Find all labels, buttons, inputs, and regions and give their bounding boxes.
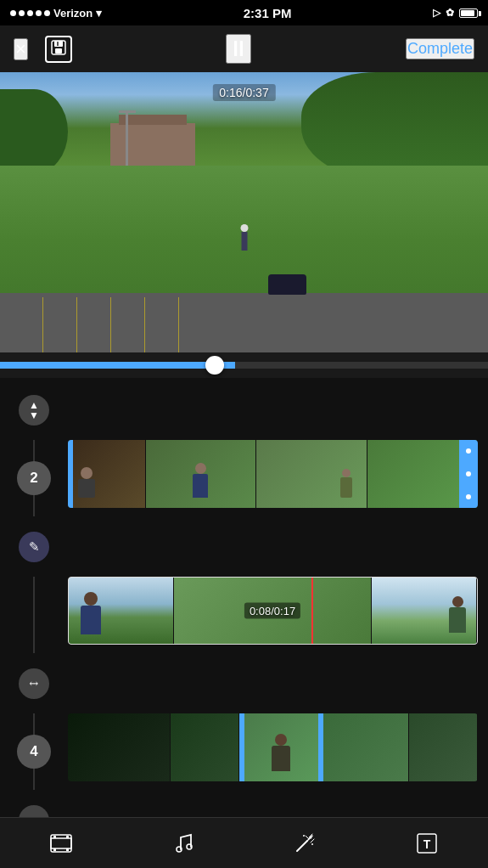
signal-dots (10, 10, 50, 16)
film-frame-highlighted (239, 713, 324, 781)
film-button[interactable] (40, 822, 82, 865)
svg-line-15 (311, 839, 314, 843)
svg-point-17 (310, 836, 312, 838)
edit-col: ✎ (0, 532, 68, 562)
status-left: Verizon ▾ (10, 7, 102, 20)
clip-4-col: 4 (0, 713, 68, 790)
video-preview: 0:16/0:37 (0, 72, 488, 352)
film-frame (409, 713, 478, 781)
edit-row: ✎ (0, 523, 488, 570)
clip-2-number: 2 (17, 461, 51, 495)
sort-icon: ▲▼ (29, 400, 39, 420)
bluetooth-icon: ✿ (446, 7, 454, 19)
film-frame (68, 713, 171, 781)
svg-rect-8 (53, 848, 56, 851)
notch (466, 471, 471, 476)
film-frame (372, 578, 477, 644)
bottom-toolbar: T (0, 817, 488, 868)
notch (466, 494, 471, 499)
sort-row: ▲▼ (0, 386, 488, 433)
status-bar: Verizon ▾ 2:31 PM ▷ ✿ (0, 0, 488, 25)
svg-rect-7 (66, 836, 69, 838)
pause-button[interactable]: ⏸ (226, 34, 251, 64)
svg-line-16 (306, 836, 309, 839)
clip-right-handle[interactable] (459, 440, 478, 508)
sort-col: ▲▼ (0, 395, 68, 426)
scrubber-thumb[interactable] (205, 356, 224, 375)
wifi-icon: ▾ (96, 7, 102, 20)
expand2-icon: ⤢ (26, 812, 42, 817)
svg-line-12 (297, 841, 307, 851)
red-playhead (311, 578, 313, 644)
top-nav: × ⏸ Complete (0, 25, 488, 72)
svg-rect-9 (66, 848, 69, 851)
signal-dot (19, 10, 25, 16)
save-icon (50, 39, 67, 59)
clock: 2:31 PM (244, 6, 292, 20)
clip-2-row: 2 (0, 440, 488, 516)
signal-dot (36, 10, 42, 16)
complete-button[interactable]: Complete (406, 38, 474, 59)
nav-left: × (14, 36, 72, 63)
clip-2-strip[interactable] (68, 440, 478, 508)
svg-text:T: T (423, 837, 431, 851)
expand-icon-circle[interactable]: ⤢ (19, 668, 49, 699)
clip-left-handle[interactable] (68, 440, 73, 508)
clip-2-col: 2 (0, 440, 68, 516)
battery-fill (461, 10, 474, 16)
expand-row: ⤢ (0, 660, 488, 707)
video-timestamp: 0:16/0:37 (212, 84, 275, 101)
video-scene: 0:16/0:37 (0, 72, 488, 352)
expand-col: ⤢ (0, 668, 68, 699)
scrubber-track[interactable] (0, 362, 488, 369)
effects-icon (294, 832, 316, 854)
film-frame: 0:08⁠/⁠0:17 (174, 578, 371, 644)
svg-rect-3 (57, 42, 59, 46)
music-button[interactable] (162, 822, 205, 865)
film-frame (323, 713, 409, 781)
expand-icon: ⤢ (26, 675, 42, 690)
effects-button[interactable] (283, 822, 326, 865)
film-frame (69, 578, 174, 644)
clip-3-row: 0:08⁠/⁠0:17 (0, 577, 488, 653)
film-frame (171, 713, 239, 781)
notch (466, 448, 471, 454)
svg-rect-2 (55, 48, 62, 54)
clip-4-row: 4 (0, 713, 488, 790)
pencil-icon: ✎ (29, 539, 40, 555)
svg-rect-6 (53, 836, 56, 838)
clip-4-strip[interactable] (68, 713, 478, 781)
film-icon (50, 834, 72, 853)
svg-point-19 (303, 835, 305, 837)
text-icon: T (416, 832, 438, 854)
save-button[interactable] (45, 36, 72, 63)
svg-rect-5 (51, 838, 71, 848)
scrubber-filled (0, 362, 215, 369)
timeline-area: ▲▼ 2 (0, 378, 488, 817)
film-frame (256, 440, 367, 508)
status-right: ▷ ✿ (433, 7, 478, 19)
scrubber-bar[interactable] (0, 352, 488, 378)
music-icon (174, 832, 193, 854)
clip-3-strip[interactable]: 0:08⁠/⁠0:17 (68, 577, 478, 645)
film-frame (146, 440, 256, 508)
clip-timestamp: 0:08⁠/⁠0:17 (244, 603, 300, 619)
expand2-col: ⤢ (0, 805, 68, 818)
expand2-icon-circle[interactable]: ⤢ (19, 805, 49, 818)
carrier-label: Verizon (53, 7, 93, 20)
close-button[interactable]: × (14, 38, 28, 60)
film-frame (68, 440, 146, 508)
connector-4 (33, 577, 35, 653)
clip-3-col (0, 577, 68, 653)
location-icon: ▷ (433, 7, 440, 19)
edit-icon-circle[interactable]: ✎ (19, 532, 49, 562)
expand2-row: ⤢ (0, 797, 488, 817)
signal-dot (27, 10, 33, 16)
svg-point-18 (311, 843, 313, 845)
text-button[interactable]: T (406, 822, 448, 865)
battery-icon (459, 8, 478, 18)
signal-dot (10, 10, 16, 16)
clip-4-number: 4 (17, 735, 51, 769)
signal-dot (44, 10, 50, 16)
sort-icon-circle[interactable]: ▲▼ (19, 395, 49, 426)
